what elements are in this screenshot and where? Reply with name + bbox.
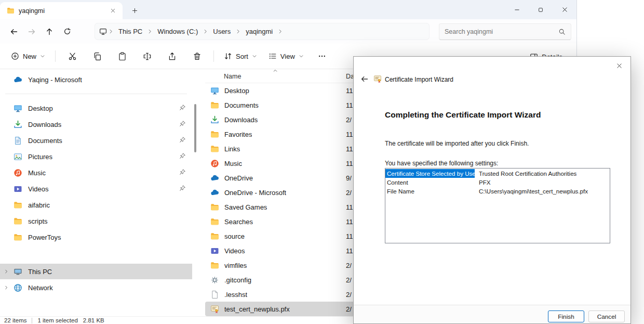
file-date: 11 bbox=[346, 131, 353, 138]
folder-icon bbox=[210, 130, 219, 139]
folder-icon bbox=[210, 232, 219, 241]
network-icon bbox=[14, 283, 22, 292]
breadcrumb-segment-this-pc[interactable]: This PC bbox=[115, 25, 146, 37]
minimize-button[interactable] bbox=[505, 0, 529, 19]
settings-label: You have specified the following setting… bbox=[385, 160, 498, 167]
chevron-right-icon bbox=[4, 285, 9, 290]
file-row-onedrive[interactable]: OneDrive9/ bbox=[205, 171, 358, 185]
chevron-right-icon bbox=[203, 29, 208, 34]
file-name: .lesshst bbox=[224, 291, 247, 299]
settings-row-file-name[interactable]: File NameC:\Users\yaqingmi\test_cert_new… bbox=[385, 187, 610, 196]
sidebar-item-label: Desktop bbox=[28, 105, 53, 112]
new-tab-button[interactable] bbox=[127, 3, 142, 18]
sidebar-item-scripts[interactable]: scripts bbox=[0, 213, 192, 229]
name-column-header[interactable]: Name bbox=[224, 73, 241, 80]
copy-button[interactable] bbox=[85, 47, 110, 65]
file-row-saved-games[interactable]: Saved Games11 bbox=[205, 200, 358, 214]
rename-button[interactable] bbox=[135, 47, 159, 65]
file-row-onedrive-microsoft[interactable]: OneDrive - Microsoft2/ bbox=[205, 185, 358, 200]
wizard-intro-text: The certificate will be imported after y… bbox=[385, 140, 529, 147]
pin-icon bbox=[179, 152, 186, 159]
sidebar-item-label: Downloads bbox=[28, 121, 61, 128]
file-row-test-cert-newplus-pfx[interactable]: test_cert_newplus.pfx2/ bbox=[205, 302, 358, 316]
cut-icon bbox=[68, 52, 77, 61]
more-options-button[interactable] bbox=[310, 47, 334, 65]
cancel-button[interactable]: Cancel bbox=[588, 310, 625, 322]
videos-icon bbox=[14, 185, 22, 193]
sidebar-item-this-pc[interactable]: This PC bbox=[0, 264, 192, 279]
sidebar-item-music[interactable]: Music bbox=[0, 165, 192, 180]
arrow-up-icon bbox=[45, 28, 53, 36]
file-row-documents[interactable]: Documents11 bbox=[205, 98, 358, 112]
finish-button[interactable]: Finish bbox=[548, 310, 584, 322]
wizard-heading: Completing the Certificate Import Wizard bbox=[385, 110, 541, 120]
search-box[interactable] bbox=[439, 23, 571, 40]
cut-button[interactable] bbox=[60, 47, 85, 65]
file-row-vimfiles[interactable]: vimfiles2/ bbox=[205, 258, 358, 273]
file-row-links[interactable]: Links11 bbox=[205, 141, 358, 156]
paste-button[interactable] bbox=[110, 47, 135, 65]
breadcrumb-segment-yaqingmi[interactable]: yaqingmi bbox=[242, 25, 276, 37]
share-button[interactable] bbox=[159, 47, 184, 65]
sort-menu-button[interactable]: Sort bbox=[218, 47, 263, 65]
file-row-downloads[interactable]: Downloads2/ bbox=[205, 112, 358, 127]
breadcrumb-segment-windows-c[interactable]: Windows (C:) bbox=[154, 25, 202, 37]
back-button[interactable] bbox=[5, 23, 23, 41]
delete-icon bbox=[193, 52, 202, 61]
breadcrumb: This PCWindows (C:)Usersyaqingmi bbox=[95, 23, 430, 40]
dialog-close-button[interactable] bbox=[611, 59, 627, 72]
desktop-icon bbox=[14, 104, 22, 113]
settings-list[interactable]: Certificate Store Selected by UserTruste… bbox=[385, 168, 610, 243]
explorer-tab[interactable]: yaqingmi bbox=[0, 2, 123, 19]
sidebar-item-label: Music bbox=[28, 169, 46, 177]
file-row-videos[interactable]: Videos11 bbox=[205, 243, 358, 258]
delete-button[interactable] bbox=[184, 47, 209, 65]
toolbar-divider bbox=[213, 50, 214, 62]
close-window-button[interactable] bbox=[553, 0, 576, 19]
settings-row-certificate-store-selected-by-user[interactable]: Certificate Store Selected by UserTruste… bbox=[385, 169, 610, 178]
folder-icon bbox=[14, 233, 22, 242]
chevron-down-icon bbox=[252, 54, 257, 59]
file-row-music[interactable]: Music11 bbox=[205, 156, 358, 171]
sidebar-item-aifabric[interactable]: aifabric bbox=[0, 197, 192, 213]
file-date: 11 bbox=[346, 203, 353, 211]
file-row-searches[interactable]: Searches11 bbox=[205, 214, 358, 229]
sidebar-item-network[interactable]: Network bbox=[0, 280, 192, 295]
dialog-back-button[interactable] bbox=[358, 73, 371, 85]
navigation-sidebar: Yaqing - MicrosoftDesktopDownloadsDocume… bbox=[0, 69, 192, 296]
sidebar-item-downloads[interactable]: Downloads bbox=[0, 116, 192, 132]
file-row-lesshst[interactable]: .lesshst2/ bbox=[205, 287, 358, 302]
folder-icon bbox=[210, 203, 219, 212]
view-menu-button[interactable]: View bbox=[263, 47, 310, 65]
gear-icon bbox=[210, 276, 219, 284]
file-date: 9/ bbox=[346, 174, 352, 182]
file-row-desktop[interactable]: Desktop11 bbox=[205, 83, 358, 98]
sidebar-scrollbar[interactable] bbox=[194, 104, 196, 152]
selection-size: 2.81 KB bbox=[83, 317, 104, 323]
file-date: 2/ bbox=[346, 276, 352, 284]
folder-icon bbox=[210, 261, 219, 270]
sidebar-item-pictures[interactable]: Pictures bbox=[0, 149, 192, 164]
refresh-button[interactable] bbox=[58, 23, 76, 41]
sidebar-item-powertoys[interactable]: PowerToys bbox=[0, 229, 192, 245]
sidebar-item-desktop[interactable]: Desktop bbox=[0, 100, 192, 116]
file-row-favorites[interactable]: Favorites11 bbox=[205, 127, 358, 141]
sidebar-item-videos[interactable]: Videos bbox=[0, 181, 192, 197]
maximize-button[interactable] bbox=[529, 0, 553, 19]
file-row-gitconfig[interactable]: .gitconfig2/ bbox=[205, 273, 358, 287]
up-button[interactable] bbox=[41, 23, 58, 41]
breadcrumb-segment-users[interactable]: Users bbox=[209, 25, 234, 37]
downloads-icon bbox=[14, 120, 22, 129]
settings-row-content[interactable]: ContentPFX bbox=[385, 178, 610, 187]
close-icon bbox=[616, 62, 623, 69]
file-row-source[interactable]: source11 bbox=[205, 229, 358, 243]
selection-count: 1 item selected bbox=[37, 317, 77, 323]
tab-close-button[interactable] bbox=[107, 5, 118, 17]
documents-icon bbox=[14, 136, 22, 145]
forward-button[interactable] bbox=[23, 23, 41, 41]
navigation-bar: This PCWindows (C:)Usersyaqingmi bbox=[0, 19, 576, 44]
sidebar-item-documents[interactable]: Documents bbox=[0, 133, 192, 148]
sidebar-item-yaqing-microsoft[interactable]: Yaqing - Microsoft bbox=[0, 72, 192, 87]
search-input[interactable] bbox=[445, 28, 558, 35]
new-menu-button[interactable]: New bbox=[5, 47, 51, 65]
